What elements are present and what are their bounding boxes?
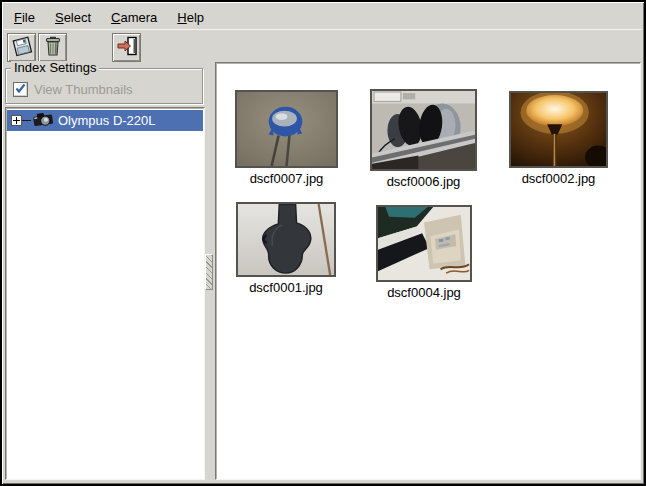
camera-tree[interactable]: Olympus D-220L (5, 107, 205, 480)
exit-button[interactable] (112, 33, 141, 62)
exit-door-icon (115, 34, 139, 61)
thumbnail-item[interactable]: dscf0007.jpg (235, 90, 338, 186)
tree-item-label: Olympus D-220L (58, 113, 156, 128)
gtkam-window: File Select Camera Help (0, 0, 646, 486)
trash-icon (41, 34, 65, 61)
thumbnail-filename: dscf0001.jpg (236, 280, 336, 295)
thumbnail-panel[interactable]: dscf0007.jpg (215, 62, 641, 480)
divider-grip-icon[interactable] (205, 254, 213, 290)
view-thumbnails-checkbox[interactable] (13, 82, 28, 97)
view-thumbnails-label: View Thumbnails (34, 82, 133, 97)
menu-file[interactable]: File (6, 7, 43, 28)
thumbnail-filename: dscf0002.jpg (509, 171, 608, 186)
thumbnail-item[interactable]: dscf0004.jpg (376, 205, 472, 300)
thumbnail-image-printer[interactable] (376, 205, 472, 282)
camera-icon (32, 111, 54, 130)
floppy-disk-icon (10, 34, 34, 61)
thumbnail-filename: dscf0007.jpg (235, 171, 338, 186)
menu-bar: File Select Camera Help (4, 4, 642, 30)
thumbnail-filename: dscf0004.jpg (376, 285, 472, 300)
checkmark-icon (14, 82, 27, 98)
index-settings-title: Index Settings (11, 61, 99, 75)
pane-divider[interactable] (204, 64, 214, 480)
menu-select[interactable]: Select (47, 7, 99, 28)
thumbnail-image-guitar-case[interactable] (236, 202, 336, 277)
thumbnail-item[interactable]: dscf0001.jpg (236, 202, 336, 295)
tree-connector-line (22, 120, 31, 121)
thumbnail-image-capacitor[interactable] (235, 90, 338, 168)
thumbnail-filename: dscf0006.jpg (370, 174, 477, 189)
save-button[interactable] (7, 33, 36, 62)
delete-button[interactable] (38, 33, 67, 62)
thumbnail-image-headphones[interactable] (370, 89, 477, 171)
thumbnail-item[interactable]: dscf0006.jpg (370, 89, 477, 189)
thumbnail-item[interactable]: dscf0002.jpg (509, 91, 608, 186)
menu-camera[interactable]: Camera (103, 7, 165, 28)
menu-help[interactable]: Help (169, 7, 212, 28)
thumbnail-image-lamp[interactable] (509, 91, 608, 168)
tree-item-olympus[interactable]: Olympus D-220L (7, 110, 203, 131)
expander-plus-icon[interactable] (11, 115, 22, 126)
